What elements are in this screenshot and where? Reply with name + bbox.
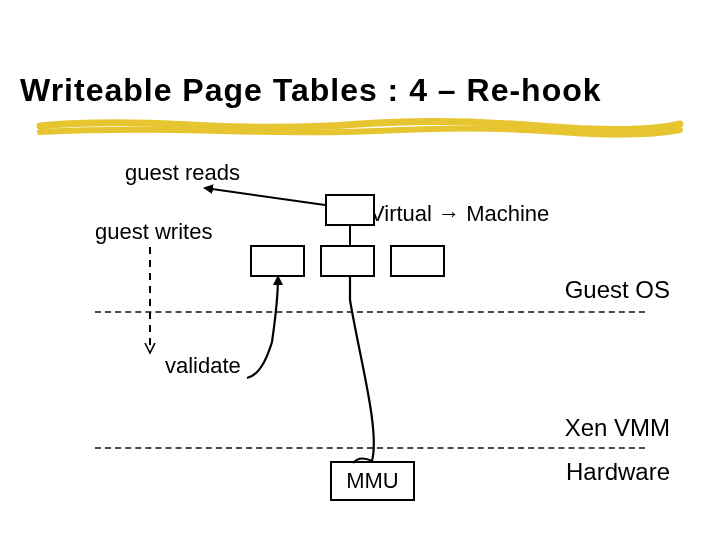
slide-stage: Writeable Page Tables : 4 – Re-hook gues…	[0, 0, 720, 540]
svg-line-0	[205, 188, 325, 205]
diagram-connectors	[0, 0, 720, 540]
